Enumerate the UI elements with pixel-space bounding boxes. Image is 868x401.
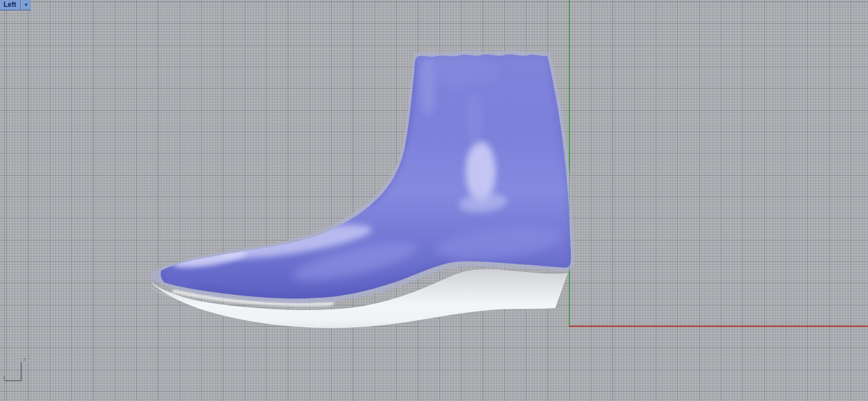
viewport-left[interactable]: Left ▾ z y bbox=[0, 0, 868, 401]
scene-canvas[interactable] bbox=[0, 0, 868, 401]
cplane-axis-z-label: z bbox=[23, 356, 26, 362]
cplane-axis-y-label: y bbox=[3, 374, 6, 380]
chevron-down-icon[interactable]: ▾ bbox=[21, 0, 31, 10]
cplane-axis-indicator: z y bbox=[0, 353, 35, 401]
viewport-title-text[interactable]: Left bbox=[0, 0, 20, 10]
shaft-top-sheen bbox=[417, 52, 499, 87]
viewport-title-tab[interactable]: Left ▾ bbox=[0, 0, 31, 10]
shaft-highlight-blob bbox=[466, 141, 496, 202]
boot-upper[interactable] bbox=[161, 52, 571, 298]
shaft-seam-ghost bbox=[466, 93, 482, 145]
